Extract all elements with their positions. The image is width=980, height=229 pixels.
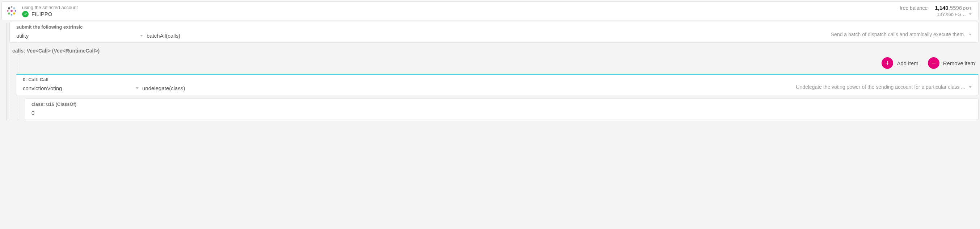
account-label: using the selected account	[22, 5, 900, 10]
verified-icon	[22, 11, 29, 18]
svg-point-9	[14, 10, 16, 12]
param-field[interactable]: class: u16 (ClassOf) 0	[25, 98, 978, 120]
svg-point-8	[7, 10, 9, 12]
calls-label: calls: Vec<Call> (Vec<RuntimeCall>)	[12, 48, 978, 54]
tree-line	[6, 23, 7, 120]
param-label: class: u16 (ClassOf)	[32, 101, 972, 107]
svg-point-3	[11, 10, 13, 12]
balance-value: 1,140.5596DOT	[935, 5, 972, 11]
call-method-dropdown[interactable]: undelegate(class)	[142, 84, 796, 91]
chevron-down-icon[interactable]	[969, 34, 972, 35]
svg-point-1	[8, 7, 10, 10]
add-item-button[interactable]: Add item	[881, 57, 918, 69]
plus-icon	[881, 57, 893, 69]
svg-point-6	[11, 6, 13, 8]
extrinsic-description: Send a batch of dispatch calls and atomi…	[831, 24, 965, 37]
account-name: FILIPPO	[32, 11, 52, 17]
identicon	[5, 4, 19, 18]
call-item: 0: Call: Call convictionVoting undelegat…	[16, 74, 978, 95]
call-header: 0: Call: Call	[23, 77, 138, 82]
call-module-dropdown[interactable]: convictionVoting	[23, 84, 138, 91]
svg-point-7	[11, 14, 13, 16]
module-dropdown[interactable]: utility	[16, 31, 143, 39]
chevron-down-icon[interactable]	[969, 86, 972, 88]
account-address: 13YX6biFG…	[937, 11, 966, 17]
method-dropdown[interactable]: batchAll(calls)	[146, 31, 831, 39]
remove-item-button[interactable]: Remove item	[928, 57, 975, 69]
account-selector[interactable]: using the selected account FILIPPO free …	[2, 2, 978, 20]
svg-point-4	[8, 12, 10, 14]
chevron-down-icon	[136, 87, 138, 89]
extrinsic-selector: submit the following extrinsic utility b…	[10, 22, 978, 43]
chevron-down-icon[interactable]	[969, 13, 972, 15]
call-description: Undelegate the voting power of the sendi…	[796, 77, 965, 90]
balance-label: free balance	[900, 5, 928, 11]
extrinsic-label: submit the following extrinsic	[16, 24, 143, 30]
param-value: 0	[32, 108, 972, 116]
svg-point-2	[13, 7, 15, 10]
minus-icon	[928, 57, 939, 69]
svg-point-5	[13, 12, 15, 14]
chevron-down-icon	[140, 35, 143, 37]
